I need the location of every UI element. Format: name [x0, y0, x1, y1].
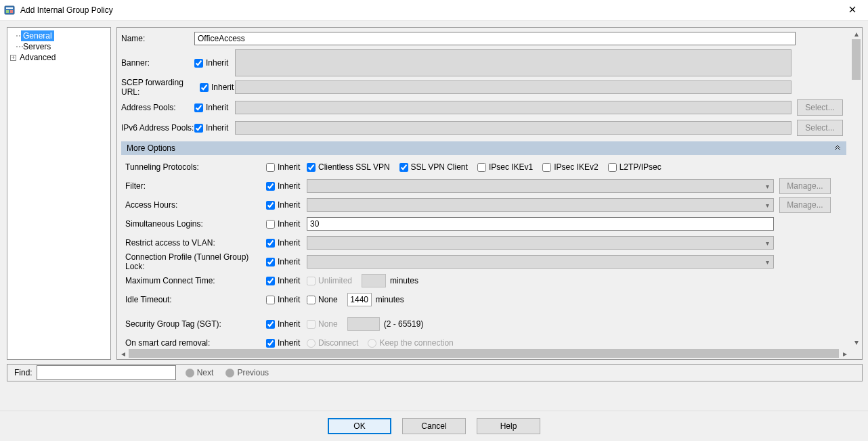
addrpools-inherit-checkbox[interactable] — [194, 103, 203, 112]
row-tunneling: Tunneling Protocols: Inherit Clientless … — [125, 158, 842, 177]
conn-profile-lock-inherit-checkbox[interactable] — [266, 258, 275, 266]
vertical-scrollbar[interactable]: ▴ ▾ — [850, 28, 862, 348]
conn-profile-lock-inherit[interactable]: Inherit — [266, 257, 307, 266]
clientless-checkbox[interactable] — [307, 163, 316, 172]
cancel-button[interactable]: Cancel — [402, 418, 466, 434]
filter-inherit-checkbox[interactable] — [266, 182, 275, 191]
previous-icon — [225, 369, 234, 377]
max-connect-inherit-checkbox[interactable] — [266, 277, 275, 285]
chevron-down-icon: ▾ — [763, 239, 772, 247]
idle-timeout-inherit-checkbox[interactable] — [266, 296, 275, 304]
help-button[interactable]: Help — [477, 418, 540, 434]
restrict-vlan-inherit-checkbox[interactable] — [266, 239, 275, 248]
sim-logins-inherit-checkbox[interactable] — [266, 220, 275, 229]
find-label: Find: — [14, 368, 32, 377]
opt-ipsec-ikev2[interactable]: IPsec IKEv2 — [542, 162, 598, 172]
idle-timeout-inherit[interactable]: Inherit — [266, 295, 307, 304]
restrict-vlan-inherit[interactable]: Inherit — [266, 238, 307, 248]
scroll-right-icon[interactable]: ▸ — [839, 348, 850, 359]
chevron-down-icon: ▾ — [763, 258, 772, 266]
row-name: Name: — [121, 29, 846, 48]
tree-item-servers[interactable]: ⋯ Servers — [10, 41, 108, 52]
opt-l2tp-ipsec[interactable]: L2TP/IPsec — [608, 162, 661, 172]
opt-clientless-ssl-vpn[interactable]: Clientless SSL VPN — [307, 162, 390, 172]
chevron-down-icon: ▾ — [763, 202, 772, 209]
filter-manage-button[interactable]: Manage... — [779, 178, 831, 194]
max-connect-inherit[interactable]: Inherit — [266, 276, 307, 285]
expand-icon[interactable]: + — [10, 55, 16, 61]
row-filter: Filter: Inherit ▾ Manage... — [125, 177, 842, 195]
scroll-down-icon[interactable]: ▾ — [850, 336, 862, 348]
close-button[interactable] — [837, 0, 868, 20]
row-access-hours: Access Hours: Inherit ▾ Manage... — [125, 195, 842, 214]
label-sgt: Security Group Tag (SGT): — [125, 319, 266, 329]
ipv6pools-select-button[interactable]: Select... — [797, 120, 843, 136]
row-scep: SCEP forwarding URL: Inherit — [121, 78, 846, 97]
restrict-vlan-combo: ▾ — [307, 236, 774, 250]
label-name: Name: — [121, 34, 194, 43]
addrpools-inherit[interactable]: Inherit — [194, 103, 235, 112]
tree-item-general[interactable]: ⋯ General — [10, 30, 108, 41]
button-bar: OK Cancel Help — [0, 411, 868, 441]
row-sgt: Security Group Tag (SGT): Inherit None (… — [125, 315, 842, 333]
tree-branch-icon: ⋯ — [16, 41, 21, 52]
horizontal-scrollbar[interactable]: ◂ ▸ — [117, 348, 850, 359]
find-bar: Find: Next Previous — [7, 364, 863, 381]
tunneling-inherit[interactable]: Inherit — [266, 162, 307, 172]
next-icon — [186, 369, 194, 377]
row-conn-profile-lock: Connection Profile (Tunnel Group) Lock: … — [125, 252, 842, 271]
tunneling-inherit-checkbox[interactable] — [266, 163, 275, 172]
ipv6pools-inherit[interactable]: Inherit — [194, 123, 235, 133]
access-hours-inherit[interactable]: Inherit — [266, 200, 307, 210]
title-bar: Add Internal Group Policy — [0, 0, 868, 21]
sgt-inherit[interactable]: Inherit — [266, 319, 307, 329]
opt-ssl-vpn-client[interactable]: SSL VPN Client — [399, 162, 468, 172]
tree-item-advanced[interactable]: + Advanced — [10, 52, 108, 63]
smartcard-inherit[interactable]: Inherit — [266, 338, 307, 348]
row-sim-logins: Simultaneous Logins: Inherit — [125, 214, 842, 233]
banner-inherit-checkbox[interactable] — [194, 59, 203, 68]
filter-combo: ▾ — [307, 179, 774, 193]
ikev2-checkbox[interactable] — [542, 163, 551, 172]
row-max-connect: Maximum Connect Time: Inherit Unlimited … — [125, 271, 842, 290]
more-options-header[interactable]: More Options — [121, 141, 846, 155]
label-max-connect: Maximum Connect Time: — [125, 276, 266, 285]
scroll-thumb[interactable] — [852, 39, 861, 80]
main-panel: Name: Banner: Inherit SCEP forwarding UR… — [116, 27, 863, 360]
l2tp-checkbox[interactable] — [608, 163, 617, 172]
ok-button[interactable]: OK — [328, 418, 391, 434]
ipv6pools-input — [235, 121, 791, 135]
filter-inherit[interactable]: Inherit — [266, 181, 307, 191]
scep-inherit[interactable]: Inherit — [200, 83, 235, 92]
smartcard-disconnect: Disconnect — [307, 338, 358, 348]
find-previous[interactable]: Previous — [225, 368, 269, 377]
ikev1-checkbox[interactable] — [477, 163, 486, 172]
row-banner: Banner: Inherit — [121, 49, 846, 76]
find-input[interactable] — [37, 365, 176, 380]
close-icon — [849, 5, 856, 15]
idle-timeout-input[interactable] — [347, 293, 372, 306]
scroll-up-icon[interactable]: ▴ — [850, 28, 862, 39]
name-input[interactable] — [194, 32, 796, 45]
idle-timeout-none-checkbox[interactable] — [307, 296, 316, 304]
svg-rect-3 — [10, 10, 13, 13]
find-next[interactable]: Next — [186, 368, 214, 377]
sim-logins-input[interactable] — [307, 217, 774, 231]
addrpools-select-button[interactable]: Select... — [797, 99, 843, 116]
sim-logins-inherit[interactable]: Inherit — [266, 219, 307, 229]
ipv6pools-inherit-checkbox[interactable] — [194, 124, 203, 133]
smartcard-inherit-checkbox[interactable] — [266, 339, 275, 348]
access-hours-inherit-checkbox[interactable] — [266, 201, 275, 210]
idle-timeout-none[interactable]: None — [307, 295, 338, 304]
scroll-left-icon[interactable]: ◂ — [117, 348, 129, 359]
collapse-icon[interactable] — [834, 144, 841, 152]
scep-inherit-checkbox[interactable] — [200, 83, 209, 92]
sslclient-checkbox[interactable] — [399, 163, 408, 172]
max-connect-value — [362, 274, 386, 287]
nav-tree: ⋯ General ⋯ Servers + Advanced — [7, 27, 111, 360]
opt-ipsec-ikev1[interactable]: IPsec IKEv1 — [477, 162, 533, 172]
access-hours-manage-button[interactable]: Manage... — [779, 197, 831, 213]
sgt-inherit-checkbox[interactable] — [266, 320, 275, 329]
scroll-thumb[interactable] — [129, 349, 839, 358]
banner-inherit[interactable]: Inherit — [194, 58, 235, 68]
